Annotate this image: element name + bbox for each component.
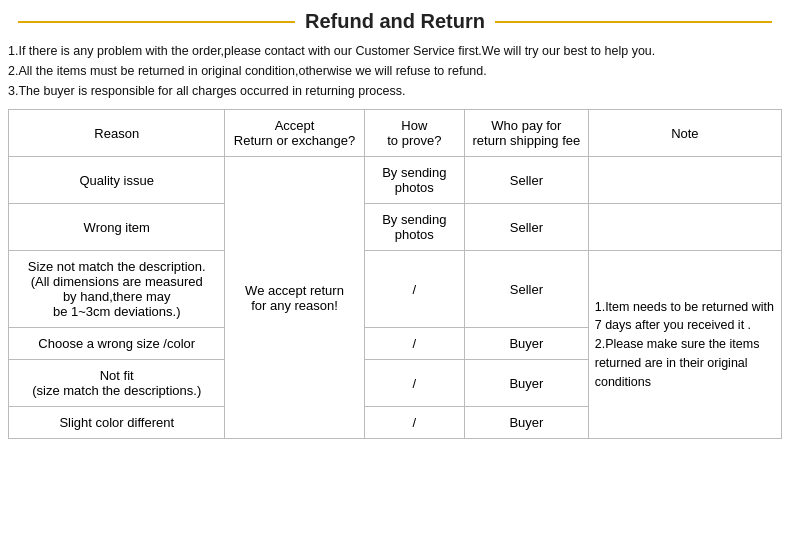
title-line-left xyxy=(18,21,295,23)
who-size: Seller xyxy=(465,251,589,328)
title-row: Refund and Return xyxy=(8,10,782,33)
reason-size-not-match: Size not match the description.(All dime… xyxy=(9,251,225,328)
who-wrong-size: Buyer xyxy=(465,328,589,360)
note-shared: 1.Item needs to be returned with 7 days … xyxy=(588,251,781,439)
title-line-right xyxy=(495,21,772,23)
who-quality: Seller xyxy=(465,157,589,204)
header-who: Who pay forreturn shipping fee xyxy=(465,110,589,157)
refund-table: Reason AcceptReturn or exchange? Howto p… xyxy=(8,109,782,439)
page-title: Refund and Return xyxy=(305,10,485,33)
table-row: Size not match the description.(All dime… xyxy=(9,251,782,328)
note-1: 1.If there is any problem with the order… xyxy=(8,41,782,61)
note-3: 3.The buyer is responsible for all charg… xyxy=(8,81,782,101)
note-2: 2.All the items must be returned in orig… xyxy=(8,61,782,81)
who-wrong-item: Seller xyxy=(465,204,589,251)
table-row: Wrong item By sendingphotos Seller xyxy=(9,204,782,251)
main-container: Refund and Return 1.If there is any prob… xyxy=(0,0,790,449)
reason-not-fit: Not fit(size match the descriptions.) xyxy=(9,360,225,407)
how-size: / xyxy=(364,251,464,328)
reason-quality: Quality issue xyxy=(9,157,225,204)
reason-color-diff: Slight color different xyxy=(9,407,225,439)
who-not-fit: Buyer xyxy=(465,360,589,407)
table-row: Quality issue We accept returnfor any re… xyxy=(9,157,782,204)
how-quality: By sendingphotos xyxy=(364,157,464,204)
who-color-diff: Buyer xyxy=(465,407,589,439)
header-accept: AcceptReturn or exchange? xyxy=(225,110,364,157)
note-quality xyxy=(588,157,781,204)
how-color-diff: / xyxy=(364,407,464,439)
how-wrong-item: By sendingphotos xyxy=(364,204,464,251)
header-reason: Reason xyxy=(9,110,225,157)
note-wrong-item xyxy=(588,204,781,251)
notes-section: 1.If there is any problem with the order… xyxy=(8,41,782,101)
header-note: Note xyxy=(588,110,781,157)
accept-all: We accept returnfor any reason! xyxy=(225,157,364,439)
header-how: Howto prove? xyxy=(364,110,464,157)
how-not-fit: / xyxy=(364,360,464,407)
how-wrong-size: / xyxy=(364,328,464,360)
table-header-row: Reason AcceptReturn or exchange? Howto p… xyxy=(9,110,782,157)
reason-wrong-size: Choose a wrong size /color xyxy=(9,328,225,360)
reason-wrong-item: Wrong item xyxy=(9,204,225,251)
